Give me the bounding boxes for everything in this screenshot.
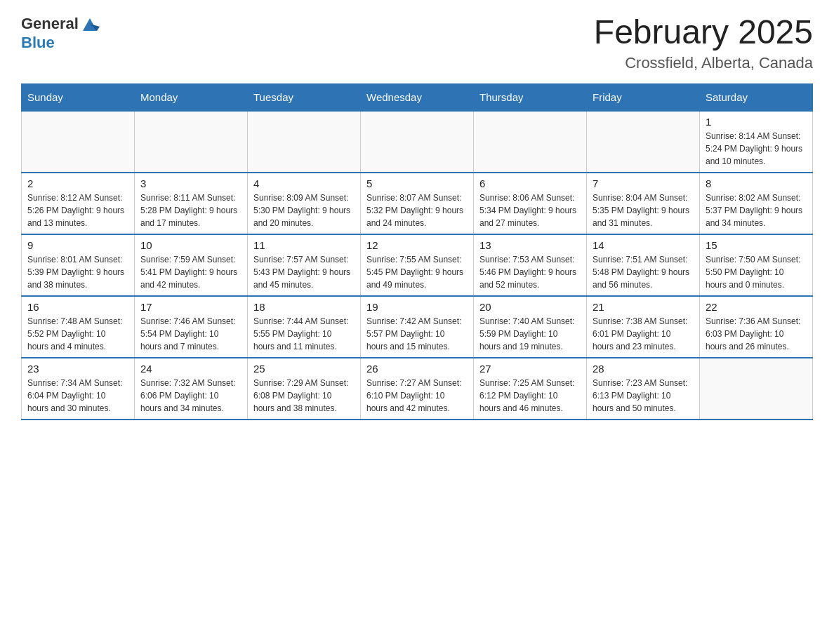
calendar-cell: 1Sunrise: 8:14 AM Sunset: 5:24 PM Daylig… [700, 111, 813, 173]
day-number: 5 [366, 177, 468, 189]
day-info: Sunrise: 8:04 AM Sunset: 5:35 PM Dayligh… [593, 192, 694, 229]
logo-blue-text: Blue [21, 34, 55, 51]
day-number: 2 [27, 177, 128, 189]
calendar-week-row: 16Sunrise: 7:48 AM Sunset: 5:52 PM Dayli… [22, 296, 813, 358]
calendar-week-row: 1Sunrise: 8:14 AM Sunset: 5:24 PM Daylig… [22, 111, 813, 173]
day-number: 7 [593, 177, 694, 189]
location-title: Crossfield, Alberta, Canada [594, 54, 813, 72]
day-info: Sunrise: 7:50 AM Sunset: 5:50 PM Dayligh… [706, 253, 807, 291]
calendar-cell: 23Sunrise: 7:34 AM Sunset: 6:04 PM Dayli… [22, 358, 135, 420]
day-info: Sunrise: 7:55 AM Sunset: 5:45 PM Dayligh… [366, 253, 468, 291]
day-info: Sunrise: 7:53 AM Sunset: 5:46 PM Dayligh… [479, 253, 581, 291]
day-info: Sunrise: 7:36 AM Sunset: 6:03 PM Dayligh… [706, 315, 807, 353]
day-number: 13 [479, 239, 581, 251]
day-info: Sunrise: 8:11 AM Sunset: 5:28 PM Dayligh… [140, 192, 241, 229]
calendar-cell: 12Sunrise: 7:55 AM Sunset: 5:45 PM Dayli… [361, 234, 474, 296]
day-info: Sunrise: 7:34 AM Sunset: 6:04 PM Dayligh… [27, 377, 128, 415]
day-number: 14 [593, 239, 694, 251]
calendar-cell: 15Sunrise: 7:50 AM Sunset: 5:50 PM Dayli… [700, 234, 813, 296]
weekday-header-sunday: Sunday [22, 83, 135, 111]
day-number: 11 [253, 239, 355, 251]
day-info: Sunrise: 7:40 AM Sunset: 5:59 PM Dayligh… [479, 315, 581, 353]
calendar-cell: 14Sunrise: 7:51 AM Sunset: 5:48 PM Dayli… [587, 234, 700, 296]
calendar-cell: 25Sunrise: 7:29 AM Sunset: 6:08 PM Dayli… [248, 358, 361, 420]
calendar-cell: 7Sunrise: 8:04 AM Sunset: 5:35 PM Daylig… [587, 173, 700, 234]
calendar-header-row: SundayMondayTuesdayWednesdayThursdayFrid… [22, 83, 813, 111]
day-number: 28 [593, 363, 694, 375]
calendar-week-row: 2Sunrise: 8:12 AM Sunset: 5:26 PM Daylig… [22, 173, 813, 234]
page-header: General Blue February 2025 Crossfield, A… [21, 14, 813, 72]
calendar-week-row: 9Sunrise: 8:01 AM Sunset: 5:39 PM Daylig… [22, 234, 813, 296]
calendar-cell [474, 111, 587, 173]
day-info: Sunrise: 7:25 AM Sunset: 6:12 PM Dayligh… [479, 377, 581, 415]
weekday-header-thursday: Thursday [474, 83, 587, 111]
day-info: Sunrise: 7:51 AM Sunset: 5:48 PM Dayligh… [593, 253, 694, 291]
weekday-header-saturday: Saturday [700, 83, 813, 111]
calendar-cell: 6Sunrise: 8:06 AM Sunset: 5:34 PM Daylig… [474, 173, 587, 234]
calendar-cell [587, 111, 700, 173]
calendar-cell: 8Sunrise: 8:02 AM Sunset: 5:37 PM Daylig… [700, 173, 813, 234]
weekday-header-friday: Friday [587, 83, 700, 111]
calendar-cell: 13Sunrise: 7:53 AM Sunset: 5:46 PM Dayli… [474, 234, 587, 296]
day-info: Sunrise: 8:02 AM Sunset: 5:37 PM Dayligh… [706, 192, 807, 229]
title-section: February 2025 Crossfield, Alberta, Canad… [594, 14, 813, 72]
day-info: Sunrise: 8:07 AM Sunset: 5:32 PM Dayligh… [366, 192, 468, 229]
weekday-header-wednesday: Wednesday [361, 83, 474, 111]
calendar-cell [22, 111, 135, 173]
calendar-cell: 17Sunrise: 7:46 AM Sunset: 5:54 PM Dayli… [135, 296, 248, 358]
day-number: 8 [706, 177, 807, 189]
day-number: 26 [366, 363, 468, 375]
day-number: 1 [706, 116, 807, 128]
day-number: 9 [27, 239, 128, 251]
day-number: 4 [253, 177, 355, 189]
day-number: 10 [140, 239, 241, 251]
calendar-week-row: 23Sunrise: 7:34 AM Sunset: 6:04 PM Dayli… [22, 358, 813, 420]
day-info: Sunrise: 8:12 AM Sunset: 5:26 PM Dayligh… [27, 192, 128, 229]
calendar-cell: 3Sunrise: 8:11 AM Sunset: 5:28 PM Daylig… [135, 173, 248, 234]
day-number: 18 [253, 301, 355, 313]
day-info: Sunrise: 8:09 AM Sunset: 5:30 PM Dayligh… [253, 192, 355, 229]
day-number: 3 [140, 177, 241, 189]
calendar-cell: 28Sunrise: 7:23 AM Sunset: 6:13 PM Dayli… [587, 358, 700, 420]
day-number: 24 [140, 363, 241, 375]
calendar-cell [700, 358, 813, 420]
weekday-header-tuesday: Tuesday [248, 83, 361, 111]
day-info: Sunrise: 7:48 AM Sunset: 5:52 PM Dayligh… [27, 315, 128, 353]
day-number: 21 [593, 301, 694, 313]
calendar-cell: 2Sunrise: 8:12 AM Sunset: 5:26 PM Daylig… [22, 173, 135, 234]
day-number: 12 [366, 239, 468, 251]
day-number: 27 [479, 363, 581, 375]
day-number: 16 [27, 301, 128, 313]
calendar-cell: 24Sunrise: 7:32 AM Sunset: 6:06 PM Dayli… [135, 358, 248, 420]
calendar-cell: 26Sunrise: 7:27 AM Sunset: 6:10 PM Dayli… [361, 358, 474, 420]
day-info: Sunrise: 7:42 AM Sunset: 5:57 PM Dayligh… [366, 315, 468, 353]
day-number: 20 [479, 301, 581, 313]
calendar-cell: 16Sunrise: 7:48 AM Sunset: 5:52 PM Dayli… [22, 296, 135, 358]
calendar-cell: 27Sunrise: 7:25 AM Sunset: 6:12 PM Dayli… [474, 358, 587, 420]
svg-marker-0 [83, 18, 97, 31]
logo: General Blue [21, 14, 100, 52]
calendar-cell: 18Sunrise: 7:44 AM Sunset: 5:55 PM Dayli… [248, 296, 361, 358]
month-title: February 2025 [594, 14, 813, 51]
logo-icon [80, 14, 100, 34]
day-info: Sunrise: 7:59 AM Sunset: 5:41 PM Dayligh… [140, 253, 241, 291]
day-info: Sunrise: 7:27 AM Sunset: 6:10 PM Dayligh… [366, 377, 468, 415]
calendar-cell: 11Sunrise: 7:57 AM Sunset: 5:43 PM Dayli… [248, 234, 361, 296]
day-info: Sunrise: 7:57 AM Sunset: 5:43 PM Dayligh… [253, 253, 355, 291]
calendar-cell [361, 111, 474, 173]
day-info: Sunrise: 7:38 AM Sunset: 6:01 PM Dayligh… [593, 315, 694, 353]
day-number: 19 [366, 301, 468, 313]
day-info: Sunrise: 7:46 AM Sunset: 5:54 PM Dayligh… [140, 315, 241, 353]
day-info: Sunrise: 7:32 AM Sunset: 6:06 PM Dayligh… [140, 377, 241, 415]
day-info: Sunrise: 8:06 AM Sunset: 5:34 PM Dayligh… [479, 192, 581, 229]
day-number: 15 [706, 239, 807, 251]
day-info: Sunrise: 7:23 AM Sunset: 6:13 PM Dayligh… [593, 377, 694, 415]
calendar-cell: 22Sunrise: 7:36 AM Sunset: 6:03 PM Dayli… [700, 296, 813, 358]
calendar-cell: 19Sunrise: 7:42 AM Sunset: 5:57 PM Dayli… [361, 296, 474, 358]
day-info: Sunrise: 7:44 AM Sunset: 5:55 PM Dayligh… [253, 315, 355, 353]
day-number: 6 [479, 177, 581, 189]
calendar-cell: 9Sunrise: 8:01 AM Sunset: 5:39 PM Daylig… [22, 234, 135, 296]
calendar-cell: 10Sunrise: 7:59 AM Sunset: 5:41 PM Dayli… [135, 234, 248, 296]
day-number: 17 [140, 301, 241, 313]
day-number: 22 [706, 301, 807, 313]
